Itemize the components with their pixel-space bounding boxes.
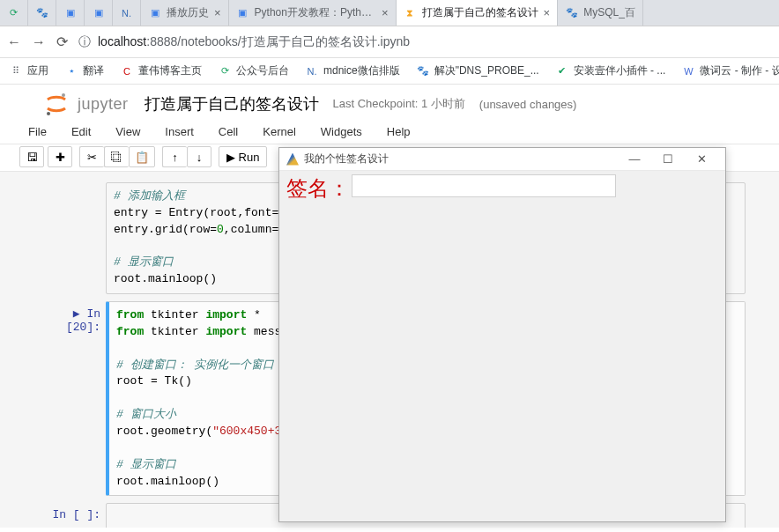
browser-tab[interactable]: ⧗打造属于自己的签名设计× bbox=[397, 0, 559, 26]
back-button[interactable]: ← bbox=[7, 34, 21, 50]
bookmark-favicon-icon: 🐾 bbox=[416, 64, 430, 78]
tab-close-icon[interactable]: × bbox=[544, 6, 551, 19]
menu-view[interactable]: View bbox=[115, 125, 140, 138]
tab-title: 打造属于自己的签名设计 bbox=[422, 5, 538, 20]
mini-tab[interactable]: N. bbox=[113, 0, 141, 26]
bookmark-item[interactable]: ⭑翻译 bbox=[64, 63, 104, 78]
bookmark-item[interactable]: ✔安装壹伴小插件 - ... bbox=[555, 63, 666, 78]
tab-favicon-icon: ▣ bbox=[148, 6, 161, 19]
jupyter-brand: jupyter bbox=[78, 95, 129, 114]
address-bar: ← → ⟳ ⓘ localhost:8888/notebooks/打造属于自己的… bbox=[0, 26, 779, 58]
unsaved-text: (unsaved changes) bbox=[479, 98, 577, 111]
move-down-button[interactable]: ↓ bbox=[187, 146, 211, 167]
tk-body: 签名： bbox=[279, 171, 725, 206]
bookmark-label: 公众号后台 bbox=[236, 63, 289, 78]
tk-window-title: 我的个性签名设计 bbox=[304, 151, 618, 166]
browser-tab[interactable]: 🐾MySQL_百 bbox=[558, 0, 643, 26]
full-tabs: ▣播放历史×▣Python开发教程：PythonGUI…×⧗打造属于自己的签名设… bbox=[141, 0, 779, 26]
bookmark-item[interactable]: ⠿应用 bbox=[9, 63, 48, 78]
svg-point-0 bbox=[62, 93, 65, 97]
bookmark-favicon-icon: ⭑ bbox=[64, 64, 78, 78]
bookmark-favicon-icon: C bbox=[120, 64, 134, 78]
checkpoint-text: Last Checkpoint: 1 小时前 bbox=[333, 96, 465, 112]
bookmark-item[interactable]: ⟳公众号后台 bbox=[218, 63, 289, 78]
mini-tab[interactable]: 🐾 bbox=[28, 0, 56, 26]
menu-help[interactable]: Help bbox=[387, 125, 411, 138]
info-icon[interactable]: ⓘ bbox=[78, 34, 91, 50]
tab-title: MySQL_百 bbox=[583, 5, 635, 20]
bookmark-favicon-icon: W bbox=[681, 64, 695, 78]
tk-feather-icon bbox=[286, 153, 299, 166]
browser-tab[interactable]: ▣播放历史× bbox=[141, 0, 229, 26]
tab-favicon-icon: ▣ bbox=[236, 6, 249, 19]
menu-insert[interactable]: Insert bbox=[165, 125, 194, 138]
bookmark-item[interactable]: C董伟博客主页 bbox=[120, 63, 202, 78]
bookmark-item[interactable]: N.mdnice微信排版 bbox=[305, 63, 400, 78]
mini-tab[interactable]: ▣ bbox=[85, 0, 113, 26]
url-port: :8888 bbox=[146, 34, 177, 48]
menu-cell[interactable]: Cell bbox=[219, 125, 238, 138]
add-cell-button[interactable]: ✚ bbox=[48, 146, 72, 167]
bookmark-favicon-icon: ⠿ bbox=[9, 64, 23, 78]
tab-title: 播放历史 bbox=[167, 5, 209, 20]
bookmark-label: 应用 bbox=[27, 63, 48, 78]
reload-button[interactable]: ⟳ bbox=[56, 33, 68, 50]
bookmarks-bar: ⠿应用⭑翻译C董伟博客主页⟳公众号后台N.mdnice微信排版🐾解决"DNS_P… bbox=[0, 58, 779, 85]
bookmark-item[interactable]: W微词云 - 制作 - 设... bbox=[681, 63, 779, 78]
bookmark-favicon-icon: ✔ bbox=[555, 64, 569, 78]
cell-prompt bbox=[33, 182, 106, 188]
mini-tab[interactable]: ⟳ bbox=[0, 0, 28, 26]
bookmark-label: 微词云 - 制作 - 设... bbox=[700, 63, 779, 78]
bookmark-label: 安装壹伴小插件 - ... bbox=[574, 63, 666, 78]
tkinter-window: 我的个性签名设计 — ☐ ✕ 签名： bbox=[278, 147, 726, 522]
bookmark-favicon-icon: ⟳ bbox=[218, 64, 232, 78]
url-host: localhost bbox=[98, 34, 146, 48]
tab-favicon-icon: 🐾 bbox=[565, 6, 578, 19]
cut-button[interactable]: ✂ bbox=[79, 146, 104, 167]
bookmark-label: 翻译 bbox=[83, 63, 104, 78]
jupyter-logo-icon bbox=[44, 92, 69, 116]
tab-close-icon[interactable]: × bbox=[382, 6, 389, 19]
tk-label-signature: 签名： bbox=[286, 174, 350, 203]
bookmark-label: 解决"DNS_PROBE_... bbox=[434, 63, 539, 78]
tk-entry-signature[interactable] bbox=[352, 174, 616, 197]
bookmark-favicon-icon: N. bbox=[305, 64, 319, 78]
tab-title: Python开发教程：PythonGUI… bbox=[255, 5, 376, 20]
menu-edit[interactable]: Edit bbox=[71, 125, 91, 138]
jupyter-header: jupyter 打造属于自己的签名设计 Last Checkpoint: 1 小… bbox=[0, 85, 779, 120]
tk-titlebar[interactable]: 我的个性签名设计 — ☐ ✕ bbox=[279, 148, 725, 171]
browser-tab[interactable]: ▣Python开发教程：PythonGUI…× bbox=[229, 0, 397, 26]
url-box[interactable]: ⓘ localhost:8888/notebooks/打造属于自己的签名设计.i… bbox=[78, 34, 772, 50]
menu-file[interactable]: File bbox=[28, 125, 47, 138]
bookmark-item[interactable]: 🐾解决"DNS_PROBE_... bbox=[416, 63, 539, 78]
svg-point-1 bbox=[47, 112, 50, 115]
move-up-button[interactable]: ↑ bbox=[162, 146, 187, 167]
bookmark-label: 董伟博客主页 bbox=[138, 63, 202, 78]
url-path: /notebooks/打造属于自己的签名设计.ipynb bbox=[177, 34, 410, 48]
paste-button[interactable]: 📋 bbox=[129, 146, 155, 167]
minimize-button[interactable]: — bbox=[618, 152, 651, 166]
cell-prompt: ▶ In [20]: bbox=[33, 301, 106, 334]
maximize-button[interactable]: ☐ bbox=[651, 152, 685, 166]
bookmark-label: mdnice微信排版 bbox=[323, 63, 400, 78]
browser-tab-strip: ⟳🐾▣▣N. ▣播放历史×▣Python开发教程：PythonGUI…×⧗打造属… bbox=[0, 0, 779, 26]
copy-button[interactable]: ⿻ bbox=[104, 146, 129, 167]
mini-tab[interactable]: ▣ bbox=[56, 0, 85, 26]
jupyter-menubar: FileEditViewInsertCellKernelWidgetsHelp bbox=[0, 120, 779, 144]
mini-tabs: ⟳🐾▣▣N. bbox=[0, 0, 141, 26]
menu-kernel[interactable]: Kernel bbox=[263, 125, 296, 138]
notebook-title[interactable]: 打造属于自己的签名设计 bbox=[145, 93, 319, 115]
menu-widgets[interactable]: Widgets bbox=[321, 125, 362, 138]
tab-close-icon[interactable]: × bbox=[214, 6, 221, 19]
cell-prompt: In [ ]: bbox=[33, 503, 106, 521]
run-button[interactable]: ▶ Run bbox=[219, 146, 267, 167]
save-button[interactable]: 🖫 bbox=[19, 146, 44, 167]
tab-favicon-icon: ⧗ bbox=[404, 6, 417, 19]
close-button[interactable]: ✕ bbox=[685, 152, 718, 166]
forward-button[interactable]: → bbox=[32, 34, 46, 50]
